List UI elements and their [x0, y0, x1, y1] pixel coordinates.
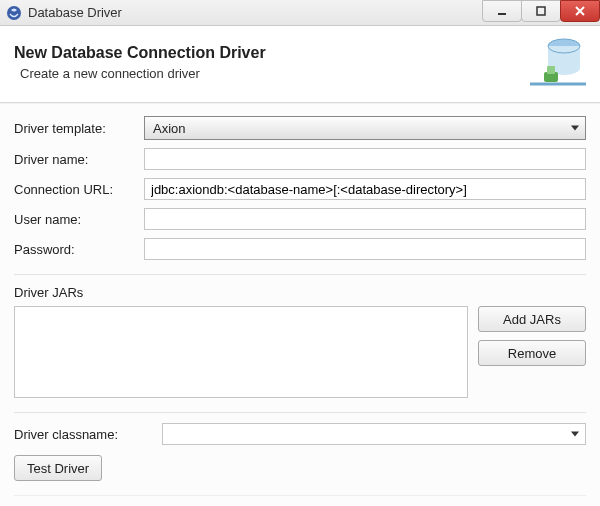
titlebar: Database Driver	[0, 0, 600, 26]
app-icon	[6, 5, 22, 21]
test-driver-button[interactable]: Test Driver	[14, 455, 102, 481]
row-driver-name: Driver name:	[14, 148, 586, 170]
window-title: Database Driver	[28, 5, 122, 20]
page-subtitle: Create a new connection driver	[20, 66, 266, 81]
page-title: New Database Connection Driver	[14, 44, 266, 62]
svg-rect-2	[537, 7, 545, 15]
label-driver-jars: Driver JARs	[14, 285, 586, 300]
header-text: New Database Connection Driver Create a …	[14, 44, 266, 81]
label-user-name: User name:	[14, 212, 144, 227]
label-driver-template: Driver template:	[14, 121, 144, 136]
window-buttons	[483, 0, 600, 25]
maximize-button[interactable]	[521, 0, 561, 22]
driver-template-value: Axion	[153, 121, 186, 136]
titlebar-left: Database Driver	[6, 5, 122, 21]
label-driver-name: Driver name:	[14, 152, 144, 167]
label-driver-classname: Driver classname:	[14, 427, 162, 442]
row-driver-template: Driver template: Axion	[14, 116, 586, 140]
divider	[14, 274, 586, 275]
driver-classname-select[interactable]	[162, 423, 586, 445]
driver-template-select[interactable]: Axion	[144, 116, 586, 140]
row-password: Password:	[14, 238, 586, 260]
close-button[interactable]	[560, 0, 600, 22]
label-connection-url: Connection URL:	[14, 182, 144, 197]
add-jars-button[interactable]: Add JARs	[478, 306, 586, 332]
test-row: Test Driver	[14, 455, 586, 481]
driver-name-input[interactable]	[144, 148, 586, 170]
minimize-button[interactable]	[482, 0, 522, 22]
chevron-down-icon	[571, 126, 579, 131]
jars-buttons: Add JARs Remove	[478, 306, 586, 398]
user-name-input[interactable]	[144, 208, 586, 230]
header-panel: New Database Connection Driver Create a …	[0, 26, 600, 103]
divider	[14, 412, 586, 413]
row-user-name: User name:	[14, 208, 586, 230]
row-connection-url: Connection URL:	[14, 178, 586, 200]
row-driver-classname: Driver classname:	[14, 423, 586, 445]
jars-row: Add JARs Remove	[14, 306, 586, 398]
svg-rect-8	[547, 66, 555, 74]
connection-url-input[interactable]	[144, 178, 586, 200]
database-driver-icon	[530, 36, 586, 88]
form-area: Driver template: Axion Driver name: Conn…	[0, 103, 600, 506]
svg-point-0	[7, 6, 21, 20]
driver-jars-list[interactable]	[14, 306, 468, 398]
row-connect-startup: Connect to database on MyEclipse startup	[14, 495, 586, 506]
remove-button[interactable]: Remove	[478, 340, 586, 366]
password-input[interactable]	[144, 238, 586, 260]
label-password: Password:	[14, 242, 144, 257]
chevron-down-icon	[571, 432, 579, 437]
